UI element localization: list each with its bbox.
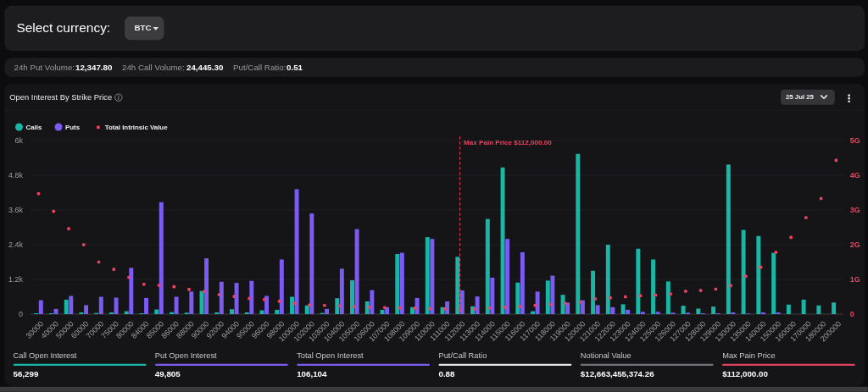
svg-text:0: 0 bbox=[850, 310, 854, 318]
svg-text:4.8k: 4.8k bbox=[8, 171, 23, 179]
svg-text:1.2k: 1.2k bbox=[8, 275, 23, 284]
svg-text:6k: 6k bbox=[15, 136, 24, 145]
svg-text:5G: 5G bbox=[850, 136, 860, 145]
svg-text:2.4k: 2.4k bbox=[8, 240, 23, 249]
svg-text:Max Pain Price $112,000.00: Max Pain Price $112,000.00 bbox=[464, 139, 552, 146]
svg-text:1G: 1G bbox=[850, 275, 860, 284]
svg-text:3.6k: 3.6k bbox=[8, 206, 23, 214]
svg-text:0: 0 bbox=[19, 310, 23, 318]
svg-text:2G: 2G bbox=[850, 240, 860, 249]
svg-text:4G: 4G bbox=[850, 171, 860, 179]
svg-text:3G: 3G bbox=[850, 206, 860, 214]
